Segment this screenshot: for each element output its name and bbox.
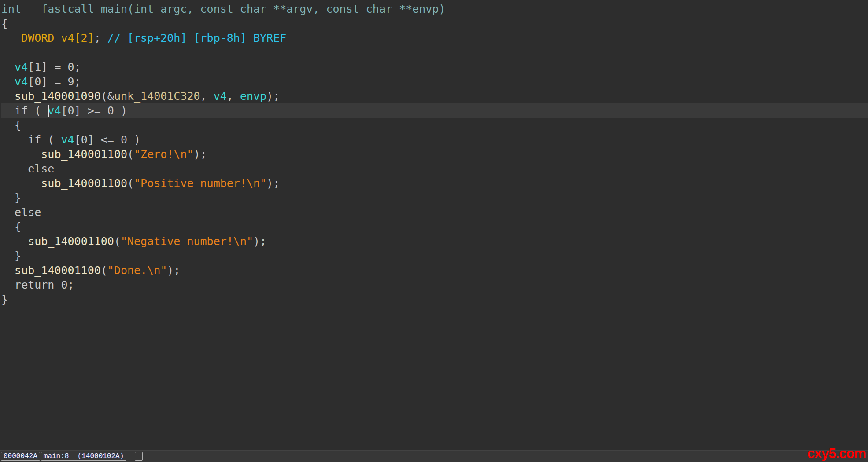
code-token: v4 <box>15 75 28 88</box>
ida-window: int __fastcall main(int argc, const char… <box>0 0 868 462</box>
code-token: [0] >= 0 ) <box>61 104 127 117</box>
code-token: ); <box>194 148 207 161</box>
code-token: envp <box>240 90 266 103</box>
code-line[interactable]: { <box>1 16 868 31</box>
code-line[interactable]: { <box>1 220 868 234</box>
code-token <box>1 148 41 161</box>
code-token: else <box>1 206 41 219</box>
code-line[interactable]: } <box>1 191 868 205</box>
code-line[interactable]: sub_140001100("Negative number!\n"); <box>1 234 868 249</box>
code-line[interactable]: else <box>1 205 868 220</box>
code-token: [0] <= 0 ) <box>74 133 141 146</box>
code-token: ( <box>127 177 134 190</box>
code-token <box>1 235 28 248</box>
status-function-position: main:8 (14000102A) <box>41 452 126 461</box>
code-token: "Negative number!\n" <box>121 235 253 248</box>
code-token: { <box>1 119 21 132</box>
code-line[interactable] <box>1 45 868 60</box>
code-token: , <box>227 90 240 103</box>
status-address: 0000042A <box>1 452 40 461</box>
code-token: v4 <box>61 133 74 146</box>
code-line[interactable]: else <box>1 161 868 176</box>
code-token: { <box>1 220 21 233</box>
code-token: } <box>1 249 21 262</box>
code-line[interactable]: } <box>1 249 868 263</box>
code-token: v4 <box>214 90 227 103</box>
code-token: "Done.\n" <box>107 264 167 277</box>
code-token: return 0; <box>1 279 74 291</box>
code-line[interactable]: return 0; <box>1 278 868 292</box>
code-token <box>1 61 15 73</box>
code-token <box>1 90 15 103</box>
code-token: } <box>1 191 21 204</box>
code-token <box>1 264 15 277</box>
code-token: (& <box>101 90 114 103</box>
code-token: sub_140001100 <box>15 264 101 277</box>
code-token <box>1 177 41 190</box>
code-line[interactable]: int __fastcall main(int argc, const char… <box>1 2 868 16</box>
status-extra-box <box>135 452 143 461</box>
code-token: // [rsp+20h] [rbp-8h] BYREF <box>107 32 286 44</box>
code-token: ( <box>127 148 134 161</box>
code-token: sub_140001100 <box>41 177 127 190</box>
code-line[interactable]: sub_140001090(&unk_14001C320, v4, envp); <box>1 89 868 103</box>
code-token: [1] = 0; <box>28 61 81 73</box>
code-token: "Positive number!\n" <box>134 177 266 190</box>
code-line[interactable]: sub_140001100("Zero!\n"); <box>1 147 868 161</box>
code-token: sub_140001100 <box>41 148 127 161</box>
code-token: _DWORD v4[2] <box>15 32 94 44</box>
code-line[interactable]: sub_140001100("Done.\n"); <box>1 263 868 278</box>
code-line[interactable]: _DWORD v4[2]; // [rsp+20h] [rbp-8h] BYRE… <box>1 31 868 45</box>
code-token: ); <box>266 177 280 190</box>
code-line[interactable]: if ( v4[0] <= 0 ) <box>1 132 868 147</box>
code-token: ; <box>94 32 107 44</box>
code-line[interactable]: v4[0] = 9; <box>1 74 868 89</box>
code-line[interactable]: sub_140001100("Positive number!\n"); <box>1 176 868 191</box>
code-token: int __fastcall main(int argc, const char… <box>1 3 445 15</box>
pseudocode-view[interactable]: int __fastcall main(int argc, const char… <box>0 0 868 450</box>
code-token: ); <box>266 90 280 103</box>
code-line[interactable]: } <box>1 292 868 307</box>
status-bar: 0000042A main:8 (14000102A) <box>0 450 868 462</box>
code-token: { <box>1 17 8 30</box>
code-token: v4 <box>48 104 61 117</box>
code-token: ); <box>167 264 180 277</box>
code-token: , <box>200 90 214 103</box>
code-token <box>1 46 8 59</box>
code-token: unk_14001C320 <box>114 90 200 103</box>
code-token: ( <box>114 235 121 248</box>
text-cursor <box>48 105 49 117</box>
code-token: ); <box>253 235 266 248</box>
code-token: sub_140001090 <box>15 90 101 103</box>
code-token: "Zero!\n" <box>134 148 193 161</box>
code-token <box>1 32 15 44</box>
watermark: cxy5.com <box>807 446 866 462</box>
code-token: } <box>1 293 8 306</box>
code-line[interactable]: { <box>1 118 868 132</box>
code-token: ( <box>101 264 107 277</box>
code-line[interactable]: v4[1] = 0; <box>1 60 868 74</box>
code-token: else <box>1 162 54 175</box>
code-token <box>1 75 15 88</box>
code-token: if ( <box>1 104 48 117</box>
code-line-current[interactable]: if ( v4[0] >= 0 ) <box>1 103 868 118</box>
code-token: sub_140001100 <box>28 235 114 248</box>
code-token: if ( <box>1 133 61 146</box>
code-token: v4 <box>15 61 28 73</box>
code-token: [0] = 9; <box>28 75 81 88</box>
